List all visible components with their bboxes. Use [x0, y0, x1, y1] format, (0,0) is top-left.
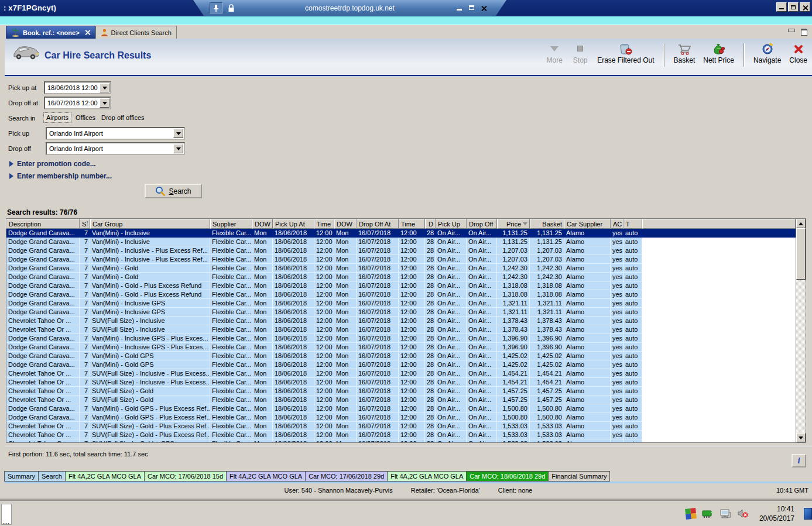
close-panel-button[interactable]: Close [789, 42, 807, 64]
table-row[interactable]: Dodge Grand Carava...7Van(Mini) - Inclus… [6, 334, 796, 343]
column-header-car-supplier[interactable]: Car Supplier [564, 219, 611, 229]
tab-direct-clients-search[interactable]: Direct Clients Search [95, 26, 177, 39]
table-row[interactable]: Dodge Grand Carava...7Van(Mini) - GoldFl… [6, 264, 796, 273]
rdp-restore-icon[interactable] [469, 5, 474, 10]
window-close-button[interactable] [800, 2, 810, 12]
bottom-tab-car-mco-17-06-2018-29d[interactable]: Car MCO; 17/06/2018 29d [305, 471, 388, 482]
bottom-tab-car-mco-17-06-2018-15d[interactable]: Car MCO; 17/06/2018 15d [144, 471, 227, 482]
bottom-tab-flt-4a-2c-gla-mco-gla[interactable]: Flt 4A,2C GLA MCO GLA [65, 471, 145, 482]
bottom-tab-flt-4a-2c-gla-mco-gla[interactable]: Flt 4A,2C GLA MCO GLA [387, 471, 467, 482]
cell: auto [623, 246, 642, 255]
network-computer-icon[interactable] [720, 509, 731, 519]
antivirus-icon[interactable] [685, 508, 697, 520]
column-header-drop-off-at[interactable]: Drop Off At [357, 219, 399, 229]
navigate-button[interactable]: Navigate [753, 42, 781, 64]
pane-minimize-icon[interactable] [788, 29, 795, 32]
column-header-drop-off[interactable]: Drop Off [467, 219, 497, 229]
erase-filtered-out-button[interactable]: Erase Filtered Out [597, 42, 654, 64]
table-row[interactable]: Dodge Grand Carava...7Van(Mini) - Gold G… [6, 360, 796, 369]
chevron-down-icon[interactable] [100, 83, 109, 92]
column-header-description[interactable]: Description [6, 219, 80, 229]
search-in-option-airports[interactable]: Airports [44, 113, 71, 122]
table-row[interactable]: Chevrolet Tahoe Or ...7SUV(Full Size) - … [6, 439, 796, 442]
column-header-car-group[interactable]: Car Group [90, 219, 210, 229]
pick-up-combobox[interactable]: Orlando Intl Airport [46, 127, 185, 140]
muted-speaker-icon[interactable] [737, 508, 749, 520]
tab-booking-ref[interactable]: Book. ref.: <none> [6, 26, 95, 39]
table-row[interactable]: Dodge Grand Carava...7Van(Mini) - Gold -… [6, 281, 796, 290]
info-button[interactable]: i [792, 454, 806, 467]
table-row[interactable]: Dodge Grand Carava...7Van(Mini) - Inclus… [6, 308, 796, 317]
bottom-tab-search[interactable]: Search [38, 471, 66, 482]
taskbar-overflow-button[interactable]: ... [1, 504, 12, 525]
promotion-code-expander[interactable]: Enter promotion code... [9, 160, 96, 168]
bottom-tab-financial-summary[interactable]: Financial Summary [548, 471, 610, 482]
bottom-tab-summary[interactable]: Summary [4, 471, 39, 482]
column-header-dow[interactable]: DOW [334, 219, 357, 229]
table-row[interactable]: Dodge Grand Carava...7Van(Mini) - Inclus… [6, 229, 796, 238]
column-header-price[interactable]: Price [497, 219, 530, 229]
table-row[interactable]: Dodge Grand Carava...7Van(Mini) - Gold -… [6, 290, 796, 299]
table-row[interactable]: Dodge Grand Carava...7Van(Mini) - Inclus… [6, 343, 796, 352]
window-restore-button[interactable] [788, 2, 799, 12]
table-row[interactable]: Chevrolet Tahoe Or ...7SUV(Full Size) - … [6, 317, 796, 325]
window-minimize-button[interactable] [776, 2, 787, 12]
search-in-option-drop-off-offices[interactable]: Drop off offices [99, 113, 147, 122]
table-row[interactable]: Dodge Grand Carava...7Van(Mini) - Gold G… [6, 413, 796, 422]
network-card-icon[interactable] [702, 510, 714, 518]
table-row[interactable]: Chevrolet Tahoe Or ...7SUV(Full Size) - … [6, 396, 796, 404]
column-header-t[interactable]: T [623, 219, 642, 229]
table-row[interactable]: Chevrolet Tahoe Or ...7SUV(Full Size) - … [6, 378, 796, 387]
vertical-scrollbar[interactable] [796, 219, 806, 442]
edge-window-icon[interactable] [804, 508, 812, 520]
column-header-time[interactable]: Time [314, 219, 334, 229]
rdp-minimize-icon[interactable] [457, 5, 462, 11]
scrollbar-thumb[interactable] [796, 228, 806, 280]
column-header-supplier[interactable]: Supplier [210, 219, 252, 229]
pin-icon[interactable] [210, 2, 222, 13]
table-row[interactable]: Dodge Grand Carava...7Van(Mini) - GoldFl… [6, 273, 796, 281]
search-in-option-offices[interactable]: Offices [73, 113, 98, 122]
chevron-down-icon[interactable] [100, 98, 109, 108]
bottom-tab-car-mco-18-06-2018-29d[interactable]: Car MCO; 18/06/2018 29d [466, 471, 549, 482]
scrollbar-track[interactable] [796, 280, 806, 433]
table-row[interactable]: Dodge Grand Carava...7Van(Mini) - Gold G… [6, 352, 796, 360]
column-header-s[interactable]: S [80, 219, 90, 229]
pane-window-icon[interactable] [801, 29, 807, 36]
column-header-d[interactable]: D [425, 219, 436, 229]
column-header-ac[interactable]: AC [611, 219, 623, 229]
basket-button[interactable]: Basket [674, 42, 695, 64]
table-row[interactable]: Chevrolet Tahoe Or ...7SUV(Full Size) - … [6, 369, 796, 378]
stop-button[interactable]: Stop [571, 42, 589, 64]
table-row[interactable]: Dodge Grand Carava...7Van(Mini) - Inclus… [6, 238, 796, 246]
column-header-basket[interactable]: Basket [530, 219, 564, 229]
table-row[interactable]: Dodge Grand Carava...7Van(Mini) - Inclus… [6, 246, 796, 255]
column-header-dow[interactable]: DOW [252, 219, 273, 229]
column-header-pick-up-at[interactable]: Pick Up At [273, 219, 314, 229]
table-row[interactable]: Dodge Grand Carava...7Van(Mini) - Inclus… [6, 255, 796, 264]
search-button[interactable]: Search [145, 184, 202, 198]
column-header-pick-up[interactable]: Pick Up [436, 219, 467, 229]
more-button[interactable]: More [546, 42, 563, 64]
pick-up-at-combobox[interactable]: 18/06/2018 12:00 [44, 81, 111, 94]
nett-price-button[interactable]: Nett Price [703, 42, 734, 64]
taskbar-clock[interactable]: 10:41 20/05/2017 [759, 504, 794, 523]
table-row[interactable]: Chevrolet Tahoe Or ...7SUV(Full Size) - … [6, 387, 796, 396]
membership-number-expander[interactable]: Enter membership number... [9, 172, 112, 180]
table-row[interactable]: Chevrolet Tahoe Or ...7SUV(Full Size) - … [6, 325, 796, 334]
drop-off-at-combobox[interactable]: 16/07/2018 12:00 [44, 97, 111, 109]
table-row[interactable]: Dodge Grand Carava...7Van(Mini) - Inclus… [6, 299, 796, 308]
pick-up-label: Pick up [8, 130, 29, 137]
table-row[interactable]: Chevrolet Tahoe Or ...7SUV(Full Size) - … [6, 431, 796, 439]
rdp-close-icon[interactable] [481, 5, 486, 11]
column-header-time[interactable]: Time [399, 219, 425, 229]
table-row[interactable]: Chevrolet Tahoe Or ...7SUV(Full Size) - … [6, 422, 796, 431]
tab-close-icon[interactable] [85, 30, 90, 35]
chevron-down-icon[interactable] [173, 144, 183, 153]
bottom-tab-flt-4a-2c-gla-mco-gla[interactable]: Flt 4A,2C GLA MCO GLA [226, 471, 306, 482]
scroll-down-button[interactable] [796, 433, 806, 442]
scroll-up-button[interactable] [796, 219, 806, 228]
table-row[interactable]: Dodge Grand Carava...7Van(Mini) - Gold G… [6, 404, 796, 413]
drop-off-combobox[interactable]: Orlando Intl Airport [46, 142, 185, 155]
chevron-down-icon[interactable] [173, 129, 183, 138]
